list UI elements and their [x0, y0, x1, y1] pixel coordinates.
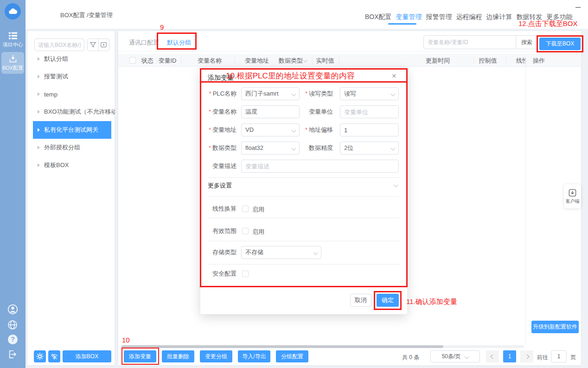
rail-item-label: BOX配置 — [1, 65, 24, 71]
page-size-select[interactable]: 50条/页 — [430, 350, 480, 362]
variable-desc-label: 变量描述 — [200, 160, 236, 173]
security-config-checkbox[interactable] — [242, 271, 249, 277]
cloud-icon — [8, 6, 18, 17]
cancel-button[interactable]: 取消 — [350, 294, 371, 307]
globe-icon[interactable] — [7, 319, 19, 331]
app-window: BOX配置 /变量管理 BOX配置 变量管理 报警管理 远程编程 边缘计算 数据… — [0, 0, 588, 368]
prev-page-button[interactable] — [486, 350, 499, 362]
nav-box-config[interactable]: BOX配置 — [364, 12, 392, 22]
variable-address-label: *变量地址 — [200, 123, 236, 136]
app-rail: 项目中心 BOX配置 ? — [0, 0, 26, 368]
security-config-label: 安全配置 — [200, 267, 236, 280]
caret-right-icon — [38, 128, 40, 132]
linear-calc-checkbox[interactable] — [242, 206, 249, 212]
search-button[interactable]: 搜索 — [516, 35, 538, 49]
gear-icon — [36, 353, 44, 360]
page-number-current[interactable]: 1 — [503, 350, 516, 362]
folder-add-icon[interactable] — [99, 39, 109, 51]
col-status: 状态 — [141, 57, 153, 65]
wifi-off-button[interactable] — [48, 350, 60, 362]
box-group-item[interactable]: 外部授权分组 — [27, 139, 115, 156]
variable-name-label: *变量名称 — [200, 105, 236, 118]
rail-item-box-config[interactable]: BOX配置 — [1, 52, 24, 74]
variable-unit-input[interactable] — [340, 105, 399, 118]
variable-search-input[interactable] — [423, 35, 516, 49]
address-offset-input[interactable] — [340, 123, 399, 136]
add-box-button[interactable]: 添加BOX — [63, 350, 111, 362]
horizontal-scrollbar-thumb[interactable] — [121, 345, 443, 348]
tab-comm-port-config[interactable]: 通讯口配置 — [129, 39, 159, 47]
goto-page-input[interactable] — [551, 350, 567, 362]
box-group-item-selected[interactable]: 私有化平台测试网关 — [33, 121, 111, 139]
col-data-type[interactable]: 数据类型 — [279, 57, 303, 65]
variable-desc-input[interactable] — [241, 160, 399, 173]
settings-button[interactable] — [34, 350, 46, 362]
confirm-button[interactable]: 确定 — [377, 294, 399, 307]
next-page-button[interactable] — [520, 350, 533, 362]
filter-icon[interactable] — [88, 39, 99, 51]
box-group-item[interactable]: temp — [27, 85, 115, 103]
caret-right-icon — [38, 146, 40, 149]
rail-item-project-center[interactable]: 项目中心 — [1, 29, 24, 51]
data-precision-select[interactable]: 2位 — [340, 142, 399, 155]
logout-icon[interactable] — [7, 349, 19, 361]
col-variable-id: 变量ID — [159, 57, 177, 65]
storage-type-label: 存储类型 — [200, 246, 236, 259]
chevron-down-icon — [313, 251, 318, 255]
linear-calc-label: 线性换算 — [200, 202, 236, 215]
storage-type-select[interactable]: 不存储 — [241, 246, 321, 259]
box-group-item[interactable]: BXO功能测试（不允许移动） — [27, 103, 115, 121]
chevron-down-icon — [465, 354, 469, 359]
caret-right-icon — [38, 75, 40, 78]
help-icon[interactable]: ? — [8, 335, 19, 346]
more-settings-header[interactable]: 更多设置 — [208, 181, 232, 190]
box-list-tools — [87, 39, 109, 51]
annotation-step-11: 11.确认添加变量 — [406, 297, 457, 306]
client-download-button[interactable]: 客户端 — [564, 184, 581, 208]
group-config-button[interactable]: 分组配置 — [276, 350, 308, 362]
valid-range-checkbox[interactable] — [242, 228, 249, 234]
window-minimize-icon[interactable] — [575, 7, 581, 8]
table-header — [118, 54, 581, 67]
box-group-item[interactable]: 默认分组 — [27, 50, 115, 68]
box-group-item[interactable]: 报警测试 — [27, 68, 115, 85]
change-group-button[interactable]: 变更分组 — [200, 350, 232, 362]
upgrade-button[interactable]: 升级到新配置软件 — [531, 321, 579, 333]
rw-type-select[interactable]: 读写 — [340, 87, 399, 100]
range-enable-label: 启用 — [252, 228, 264, 236]
nav-edge-computing[interactable]: 边缘计算 — [486, 12, 513, 22]
divider — [208, 264, 400, 265]
address-offset-label: *地址偏移 — [284, 123, 333, 136]
annotation-step-9: 9 — [160, 23, 164, 31]
linear-enable-label: 启用 — [252, 206, 264, 214]
chevron-left-icon — [490, 354, 495, 359]
tab-default-group[interactable]: 默认分组 — [167, 39, 191, 47]
chevron-down-icon — [391, 146, 396, 151]
top-header: BOX配置 /变量管理 BOX配置 变量管理 报警管理 远程编程 边缘计算 数据… — [26, 0, 588, 29]
add-variable-button[interactable]: 添加变量 — [124, 350, 156, 362]
box-group-item[interactable]: 模板BOX — [27, 156, 115, 174]
batch-delete-button[interactable]: 批量删除 — [162, 350, 194, 362]
box-search-input[interactable] — [34, 39, 84, 51]
annotation-step-10-header: 10.根据PLC里的地址设置变量的内容 — [226, 71, 355, 81]
select-all-checkbox[interactable] — [129, 57, 136, 64]
annotation-step-12: 12.点击下载至BOX — [518, 19, 578, 28]
app-logo[interactable] — [5, 3, 21, 19]
nav-remote-programming[interactable]: 远程编程 — [456, 12, 483, 22]
nav-active-underline — [388, 23, 416, 25]
col-linear-calc: 线性换算 — [516, 57, 525, 65]
download-to-box-button[interactable]: 下载至BOX — [539, 38, 581, 50]
nav-alarm-mgmt[interactable]: 报警管理 — [426, 12, 453, 22]
variable-unit-label: 变量单位 — [284, 105, 333, 118]
nav-variable-mgmt[interactable]: 变量管理 — [396, 12, 422, 22]
dialog-close-icon[interactable]: × — [392, 72, 396, 80]
page-unit-label: 页 — [570, 354, 576, 362]
col-variable-name: 变量名称 — [198, 57, 222, 65]
col-control-value: 控制值 — [479, 57, 497, 65]
rail-item-label: 项目中心 — [1, 41, 24, 48]
user-avatar-icon[interactable] — [7, 303, 19, 315]
caret-right-icon — [38, 110, 40, 114]
import-export-button[interactable]: 导入/导出 — [238, 350, 270, 362]
total-count: 共 0 条 — [402, 354, 419, 362]
chevron-down-icon[interactable] — [394, 183, 398, 187]
